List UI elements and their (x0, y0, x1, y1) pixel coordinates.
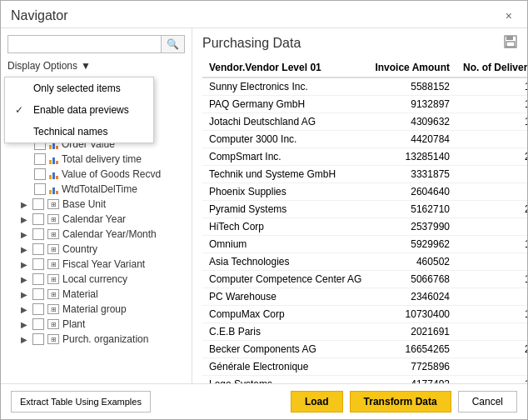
table-cell: Technik und Systeme GmbH (202, 166, 368, 183)
table-cell: CompuMax Corp (202, 306, 368, 323)
table-cell: Omnium (202, 236, 368, 253)
table-row: Omnium5929962174 (202, 236, 527, 253)
tree-item-value-goods[interactable]: Value of Goods Recvd (6, 167, 187, 182)
save-icon-button[interactable] (504, 35, 517, 52)
table-icon: ⊞ (47, 244, 59, 254)
table-cell: Computer 3000 Inc. (202, 131, 368, 148)
menu-item-enable-previews[interactable]: ✓ Enable data previews (5, 99, 153, 121)
item-label: Total delivery time (62, 153, 142, 165)
item-label: WtdTotalDelTime (62, 183, 137, 195)
table-cell: Jotachi Deutschland AG (202, 113, 368, 131)
material-group-checkbox[interactable] (32, 303, 44, 315)
table-row: CompSmart Inc.13285140207 (202, 148, 527, 166)
expand-icon: ▶ (21, 200, 32, 209)
right-panel-title: Purchasing Data (202, 36, 301, 51)
tree-item-calendar-year-month[interactable]: ▶ ⊞ Calendar Year/Month (6, 227, 187, 242)
tree-item-local-currency[interactable]: ▶ ⊞ Local currency (6, 272, 187, 287)
table-cell: 52 (456, 288, 527, 306)
display-options-label: Display Options (7, 60, 77, 72)
tree-item-country[interactable]: ▶ ⊞ Country (6, 242, 187, 257)
table-cell: Sunny Electronics Inc. (202, 78, 368, 96)
extract-table-button[interactable]: Extract Table Using Examples (11, 391, 151, 412)
right-panel: Purchasing Data Vendor.Vendor Level 01 I… (192, 28, 527, 383)
table-cell: 128 (456, 376, 527, 384)
table-row: Phoenix Supplies260464083 (202, 183, 527, 201)
base-unit-checkbox[interactable] (32, 198, 44, 210)
local-currency-checkbox[interactable] (32, 273, 44, 285)
table-cell: 207 (456, 148, 527, 166)
table-cell: 2346024 (368, 288, 456, 306)
tree-item-wtd-total[interactable]: WtdTotalDelTime (6, 182, 187, 197)
value-goods-checkbox[interactable] (34, 168, 46, 180)
expand-icon: ▶ (21, 290, 32, 299)
expand-icon: ▶ (21, 335, 32, 344)
chevron-down-icon: ▼ (81, 60, 91, 72)
bar-icon-wtd (49, 184, 58, 194)
tree-item-purch-org[interactable]: ▶ ⊞ Purch. organization (6, 332, 187, 347)
table-cell: 13285140 (368, 148, 456, 166)
tree-item-material[interactable]: ▶ ⊞ Material (6, 287, 187, 302)
search-input[interactable] (7, 35, 162, 53)
expand-icon: ▶ (21, 230, 32, 239)
purch-org-checkbox[interactable] (32, 333, 44, 345)
plant-checkbox[interactable] (32, 318, 44, 330)
close-button[interactable]: × (501, 8, 517, 24)
col-header-deliveries: No. of Deliveries (456, 58, 527, 78)
transform-data-button[interactable]: Transform Data (350, 391, 451, 412)
item-label: Material group (62, 303, 127, 315)
tree-item-material-group[interactable]: ▶ ⊞ Material group (6, 302, 187, 317)
table-icon: ⊞ (47, 319, 59, 329)
table-cell: 41 (456, 218, 527, 236)
fiscal-year-checkbox[interactable] (32, 258, 44, 270)
table-cell: 16654265 (368, 341, 456, 358)
table-row: Jotachi Deutschland AG4309632138 (202, 113, 527, 131)
wtd-checkbox[interactable] (34, 183, 46, 195)
cancel-button[interactable]: Cancel (458, 391, 517, 412)
table-cell: 72 (456, 166, 527, 183)
tree-item-calendar-year[interactable]: ▶ ⊞ Calendar Year (6, 212, 187, 227)
menu-item-technical-names[interactable]: Technical names (5, 121, 153, 142)
title-bar: Navigator × (1, 1, 527, 28)
table-cell: C.E.B Paris (202, 323, 368, 341)
total-delivery-checkbox[interactable] (34, 153, 46, 165)
table-icon: ⊞ (47, 304, 59, 314)
display-options-menu: Only selected items ✓ Enable data previe… (4, 77, 154, 143)
calendar-year-month-checkbox[interactable] (32, 228, 44, 240)
table-row: C.E.B Paris202169166 (202, 323, 527, 341)
col-header-invoice: Invoice Amount (368, 58, 456, 78)
expand-icon: ▶ (21, 305, 32, 314)
table-cell: Becker Components AG (202, 341, 368, 358)
calendar-year-checkbox[interactable] (32, 213, 44, 225)
load-button[interactable]: Load (291, 391, 343, 412)
table-cell: 205 (456, 201, 527, 218)
tree-item-total-delivery[interactable]: Total delivery time (6, 152, 187, 167)
item-label: Plant (62, 318, 85, 330)
display-options-button[interactable]: Display Options ▼ (7, 58, 91, 73)
search-button[interactable]: 🔍 (162, 35, 185, 53)
table-cell: 5066768 (368, 271, 456, 288)
menu-item-only-selected[interactable]: Only selected items (5, 78, 153, 99)
tree-item-fiscal-year[interactable]: ▶ ⊞ Fiscal Year Variant (6, 257, 187, 272)
table-cell: Asia Technologies (202, 253, 368, 271)
table-cell: 255 (456, 341, 527, 358)
search-row: 🔍 (4, 35, 188, 53)
table-row: HiTech Corp253799041 (202, 218, 527, 236)
table-cell: 174 (456, 236, 527, 253)
table-icon: ⊞ (47, 199, 59, 209)
item-label: Base Unit (62, 198, 106, 210)
item-label: Purch. organization (62, 333, 148, 345)
menu-item-label: Technical names (33, 126, 107, 138)
table-icon: ⊞ (47, 274, 59, 284)
table-cell: Phoenix Supplies (202, 183, 368, 201)
tree-item-plant[interactable]: ▶ ⊞ Plant (6, 317, 187, 332)
col-header-vendor: Vendor.Vendor Level 01 (202, 58, 368, 78)
tree-item-base-unit[interactable]: ▶ ⊞ Base Unit (6, 197, 187, 212)
material-checkbox[interactable] (32, 288, 44, 300)
country-checkbox[interactable] (32, 243, 44, 255)
table-cell: 83 (456, 183, 527, 201)
table-body: Sunny Electronics Inc.5588152184PAQ Germ… (202, 78, 527, 383)
bar-icon-value-goods (49, 169, 58, 179)
svg-rect-2 (506, 42, 515, 47)
table-cell: 9132897 (368, 96, 456, 113)
item-label: Value of Goods Recvd (62, 168, 161, 180)
